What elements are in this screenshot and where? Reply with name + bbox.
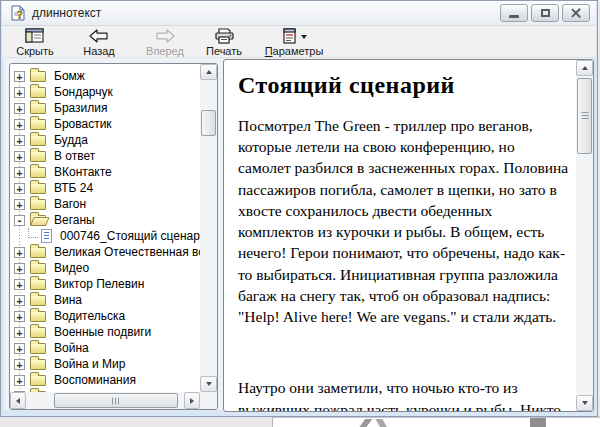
tree-item-folder[interactable]: +Бровастик [10,116,200,132]
tree-hscrollbar-thumb[interactable] [54,393,178,408]
folder-icon [30,311,46,322]
scrollbar-corner [200,392,217,409]
tree-item-label: ВТБ 24 [52,181,95,195]
folder-icon [30,247,46,258]
tree-item-label: Бондарчук [52,85,115,99]
options-icon [282,28,298,44]
hide-button[interactable]: Скрыть [10,26,60,57]
contents-tree-pane: +Бомж+Бондарчук+Бразилия+Бровастик+Будда… [9,63,218,410]
tree-item-label: В ответ [52,149,97,163]
expand-toggle-icon[interactable]: + [14,391,25,393]
tree-item-document[interactable]: 000746_Стоящий сценарий [10,228,200,244]
back-button-label: Назад [83,45,115,57]
expand-toggle-icon[interactable]: + [14,295,25,306]
expand-toggle-icon[interactable]: + [14,167,25,178]
tree-item-label: Вагон [52,197,88,211]
tree-item-folder[interactable]: +Бразилия [10,100,200,116]
tree-item-label: Водительска [52,309,127,323]
tree-scrollbar-thumb[interactable] [201,110,216,136]
tree-item-folder[interactable]: +Воспоминания [10,372,200,388]
tree-item-label: 000746_Стоящий сценарий [58,229,200,243]
options-button[interactable]: Параметры [261,26,327,57]
expand-toggle-icon[interactable]: + [14,375,25,386]
forward-button[interactable]: Вперед [140,26,190,57]
close-button[interactable] [562,4,590,22]
folder-icon [30,343,46,354]
title-bar[interactable]: ? длиннотекст [2,1,596,26]
collapse-toggle-icon[interactable]: - [14,215,25,226]
expand-toggle-icon[interactable]: + [14,199,25,210]
expand-toggle-icon[interactable]: + [14,87,25,98]
expand-toggle-icon[interactable]: + [14,247,25,258]
arrow-left-icon [16,398,20,404]
tree-item-folder[interactable]: +Водительска [10,308,200,324]
topic-content-pane: Стоящий сценарий Посмотрел The Green - т… [223,59,594,412]
tree-item-folder[interactable]: +Вагон [10,196,200,212]
tree-item-label: Виктор Пелевин [52,277,146,291]
minimize-button[interactable] [500,4,528,22]
tree-item-folder[interactable]: +Бомж [10,68,200,84]
tree-item-folder[interactable]: +Видео [10,260,200,276]
expand-toggle-icon[interactable]: + [14,119,25,130]
forward-arrow-icon [155,29,175,43]
tree-item-folder[interactable]: -Веганы [10,212,200,228]
tree-item-label: Будда [52,133,90,147]
expand-toggle-icon[interactable]: + [14,343,25,354]
folder-icon [30,263,46,274]
tree-horizontal-scrollbar[interactable] [10,392,217,409]
hide-button-label: Скрыть [16,45,54,57]
expand-toggle-icon[interactable]: + [14,279,25,290]
tree-item-folder[interactable]: +Великая Отечественная война [10,244,200,260]
tree-item-folder[interactable]: +ВКонтакте [10,164,200,180]
expand-toggle-icon[interactable]: + [14,103,25,114]
content-vertical-scrollbar[interactable] [576,60,593,411]
tree-item-folder[interactable]: +Бондарчук [10,84,200,100]
tree-item-folder[interactable]: +Будда [10,132,200,148]
tree-item-label: Война [52,341,91,355]
tree-item-folder[interactable]: +Военные подвиги [10,324,200,340]
topic-title: Стоящий сценарий [238,72,570,99]
options-button-label: Параметры [265,45,324,57]
expand-toggle-icon[interactable]: + [14,71,25,82]
close-icon [571,8,581,18]
expand-toggle-icon[interactable]: + [14,151,25,162]
printer-icon [214,28,234,44]
expand-toggle-icon[interactable]: + [14,263,25,274]
topic-paragraph: Посмотрел The Green - триллер про вегано… [238,115,570,327]
maximize-button[interactable] [531,4,559,22]
expand-toggle-icon[interactable]: + [14,359,25,370]
tree-item-folder[interactable]: +Война и Мир [10,356,200,372]
toolbar: Скрыть Назад Вперед [2,26,596,58]
expand-toggle-icon[interactable]: + [14,183,25,194]
scroll-down-button[interactable] [576,395,593,411]
scroll-left-button[interactable] [10,392,26,409]
tree-item-folder[interactable]: +Виктор Пелевин [10,276,200,292]
print-button-label: Печать [206,45,242,57]
content-scrollbar-thumb[interactable] [577,78,592,154]
folder-icon [30,151,46,162]
tree-item-folder[interactable]: +В ответ [10,148,200,164]
scroll-right-button[interactable] [184,392,200,409]
folder-icon [30,359,46,370]
topic-paragraph: Наутро они заметили, что ночью кто-то из… [238,377,570,411]
expand-toggle-icon[interactable]: + [14,311,25,322]
print-button[interactable]: Печать [199,26,249,57]
tree-item-folder[interactable]: +Война [10,340,200,356]
expand-toggle-icon[interactable]: + [14,327,25,338]
tree-item-label: Видео [52,261,91,275]
back-arrow-icon [89,29,109,43]
expand-toggle-icon[interactable]: + [14,135,25,146]
scroll-up-button[interactable] [576,60,593,76]
tree-item-folder[interactable]: +ВТБ 24 [10,180,200,196]
background-window-fragment [272,417,600,427]
tree-vertical-scrollbar[interactable] [200,64,217,392]
scroll-up-button[interactable] [200,64,217,80]
scroll-down-button[interactable] [200,376,217,392]
tree-item-label: Бровастик [52,117,114,131]
open-folder-icon [30,215,46,226]
tree-item-folder[interactable]: +Вина [10,292,200,308]
screen: ? длиннотекст [0,0,600,427]
forward-button-label: Вперед [146,45,184,57]
back-button[interactable]: Назад [74,26,124,57]
tree-item-label: Бразилия [52,101,110,115]
